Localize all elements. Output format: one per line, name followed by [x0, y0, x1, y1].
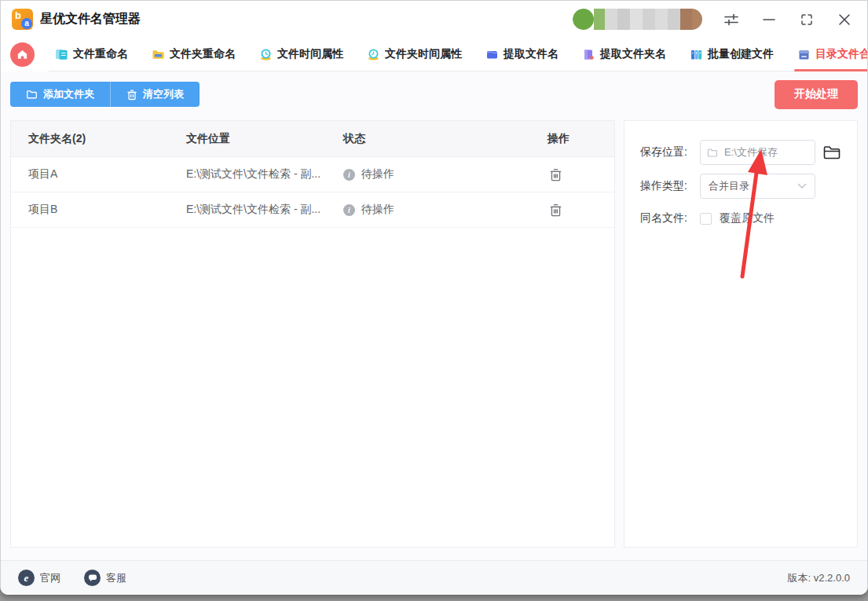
folder-plus-icon — [26, 89, 38, 101]
header-status: 状态 — [343, 132, 536, 146]
app-window: b a 星优文件名管理器 — [0, 0, 868, 595]
overwrite-label: 覆盖原文件 — [720, 211, 775, 225]
content-area: 添加文件夹 清空列表 开始处理 文件夹名(2) 文件位置 状态 操 — [1, 71, 867, 560]
title-bar: b a 星优文件名管理器 — [1, 1, 867, 38]
extract-file-name-icon — [485, 48, 499, 61]
tab-merge-extract[interactable]: 目录文件合并/提取 — [797, 38, 868, 71]
tab-folder-time[interactable]: 文件夹时间属性 — [367, 38, 462, 71]
tab-label: 文件重命名 — [73, 47, 128, 61]
cell-actions — [536, 201, 614, 218]
operation-type-row: 操作类型: 合并目录 — [640, 174, 846, 199]
save-location-row: 保存位置: E:\文件保存 — [640, 140, 846, 165]
tab-label: 目录文件合并/提取 — [815, 47, 868, 61]
extract-folder-name-icon — [582, 48, 595, 61]
save-location-value: E:\文件保存 — [724, 145, 778, 159]
website-globe-icon: e — [18, 570, 35, 586]
operation-type-label: 操作类型: — [640, 179, 700, 193]
tab-folder-rename[interactable]: 文件夹重命名 — [152, 38, 236, 71]
main-area: 文件夹名(2) 文件位置 状态 操作 项目A E:\测试文件\文件检索 - 副.… — [1, 117, 867, 548]
app-title: 星优文件名管理器 — [40, 11, 141, 27]
tab-label: 提取文件夹名 — [600, 47, 666, 61]
operation-type-select[interactable]: 合并目录 — [700, 174, 815, 199]
info-icon: i — [343, 204, 355, 216]
settings-panel: 保存位置: E:\文件保存 操作类型: 合并目录 — [624, 120, 858, 548]
logo-letter-b: b — [15, 9, 21, 21]
start-process-button[interactable]: 开始处理 — [775, 80, 858, 109]
tab-batch-create-file[interactable]: 批量创建文件 — [690, 38, 774, 71]
tab-label: 文件时间属性 — [277, 47, 343, 61]
folder-small-icon — [707, 148, 718, 158]
folder-list-table: 文件夹名(2) 文件位置 状态 操作 项目A E:\测试文件\文件检索 - 副.… — [10, 120, 615, 548]
cell-folder-name: 项目B — [11, 203, 186, 217]
tab-label: 文件夹重命名 — [170, 47, 236, 61]
minimize-icon[interactable] — [760, 11, 778, 28]
folder-rename-icon — [152, 48, 165, 61]
overwrite-checkbox[interactable] — [700, 213, 712, 225]
folder-time-icon — [367, 48, 380, 61]
status-text: 待操作 — [361, 203, 394, 217]
support-label: 客服 — [106, 571, 126, 585]
tab-label: 批量创建文件 — [708, 47, 774, 61]
browse-folder-button[interactable] — [822, 145, 841, 161]
header-actions: 操作 — [536, 132, 614, 146]
cell-file-location: E:\测试文件\文件检索 - 副... — [186, 203, 343, 217]
tab-strip: 文件重命名 文件夹重命名 文件时间属性 文件夹时间属性 — [49, 38, 868, 71]
toolbar-button-group: 添加文件夹 清空列表 — [10, 82, 200, 107]
settings-tune-icon[interactable] — [723, 11, 740, 28]
cell-folder-name: 项目A — [11, 167, 186, 181]
tab-bar: 文件重命名 文件夹重命名 文件时间属性 文件夹时间属性 — [1, 38, 867, 71]
tab-file-rename[interactable]: 文件重命名 — [55, 38, 128, 71]
info-icon: i — [343, 169, 355, 181]
logo-letter-a: a — [21, 18, 32, 29]
table-header-row: 文件夹名(2) 文件位置 状态 操作 — [11, 121, 614, 157]
add-folder-label: 添加文件夹 — [43, 87, 94, 101]
save-location-label: 保存位置: — [640, 145, 700, 159]
header-file-location: 文件位置 — [186, 132, 343, 146]
tab-label: 文件夹时间属性 — [385, 47, 462, 61]
same-name-row: 同名文件: 覆盖原文件 — [640, 211, 846, 225]
tab-file-time[interactable]: 文件时间属性 — [259, 38, 343, 71]
clear-list-label: 清空列表 — [143, 87, 184, 101]
batch-create-file-icon — [690, 48, 703, 61]
cell-status: i 待操作 — [343, 203, 536, 217]
same-name-label: 同名文件: — [640, 211, 700, 225]
operation-type-value: 合并目录 — [709, 179, 749, 193]
toolbar: 添加文件夹 清空列表 开始处理 — [1, 71, 867, 117]
status-text: 待操作 — [361, 167, 394, 181]
home-button[interactable] — [10, 42, 35, 67]
table-row: 项目A E:\测试文件\文件检索 - 副... i 待操作 — [11, 157, 614, 192]
delete-row-button[interactable] — [548, 201, 564, 218]
clear-list-button[interactable]: 清空列表 — [110, 82, 200, 107]
official-website-link[interactable]: e 官网 — [18, 570, 60, 586]
table-row: 项目B E:\测试文件\文件检索 - 副... i 待操作 — [11, 192, 614, 228]
merge-extract-icon — [797, 48, 811, 61]
save-location-input[interactable]: E:\文件保存 — [700, 140, 815, 165]
user-account-area[interactable] — [573, 9, 702, 30]
support-chat-icon — [84, 570, 101, 586]
version-text: 版本: v2.2.0.0 — [787, 571, 850, 585]
cell-actions — [536, 166, 614, 183]
header-folder-name: 文件夹名(2) — [11, 132, 186, 146]
footer-bar: e 官网 客服 版本: v2.2.0.0 — [1, 560, 867, 595]
file-time-icon — [259, 48, 273, 61]
maximize-icon[interactable] — [798, 11, 815, 28]
close-icon[interactable] — [836, 11, 853, 28]
trash-icon — [126, 89, 137, 101]
tab-extract-file-name[interactable]: 提取文件名 — [485, 38, 559, 71]
add-folder-button[interactable]: 添加文件夹 — [10, 82, 110, 107]
window-controls — [723, 11, 853, 28]
app-logo-icon: b a — [12, 9, 33, 30]
cell-status: i 待操作 — [343, 167, 536, 181]
delete-row-button[interactable] — [548, 166, 564, 183]
tab-extract-folder-name[interactable]: 提取文件夹名 — [582, 38, 666, 71]
tab-label: 提取文件名 — [504, 47, 559, 61]
cell-file-location: E:\测试文件\文件检索 - 副... — [186, 167, 343, 181]
website-label: 官网 — [40, 571, 60, 585]
chevron-down-icon — [797, 183, 807, 189]
customer-support-link[interactable]: 客服 — [84, 570, 126, 586]
file-rename-icon — [55, 48, 68, 61]
